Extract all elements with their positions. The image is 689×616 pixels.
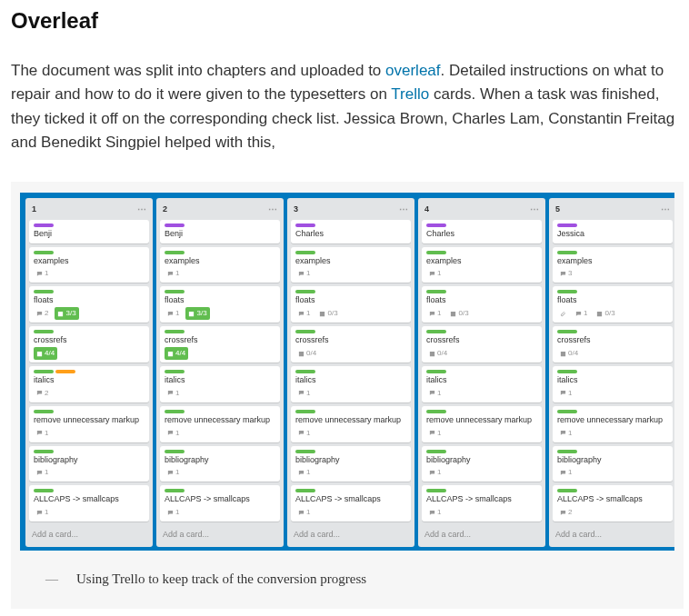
trello-card[interactable]: bibliography1 — [29, 446, 149, 482]
trello-card[interactable]: remove unnecessary markup1 — [553, 406, 673, 442]
trello-card[interactable]: remove unnecessary markup1 — [291, 406, 411, 442]
card-label — [426, 290, 446, 293]
add-card-button[interactable]: Add a card... — [422, 525, 542, 543]
list-menu-icon[interactable]: ⋯ — [399, 205, 408, 214]
list-menu-icon[interactable]: ⋯ — [530, 205, 539, 214]
comment-badge: 1 — [295, 387, 313, 400]
trello-card[interactable]: crossrefs4/4 — [29, 326, 149, 363]
trello-card[interactable]: remove unnecessary markup1 — [160, 406, 280, 442]
trello-card[interactable]: examples1 — [291, 247, 411, 283]
trello-card[interactable]: italics1 — [160, 366, 280, 402]
add-card-button[interactable]: Add a card... — [553, 525, 673, 543]
card-title: italics — [295, 375, 406, 385]
card-badges: 1 — [295, 387, 406, 400]
comment-badge: 1 — [426, 506, 444, 519]
comment-badge: 1 — [557, 427, 574, 440]
card-labels — [34, 290, 145, 293]
card-label — [295, 251, 315, 254]
card-title: italics — [165, 375, 275, 385]
trello-card[interactable]: Jessica — [553, 220, 673, 243]
card-label — [426, 370, 446, 373]
trello-card[interactable]: italics1 — [422, 366, 542, 402]
trello-card[interactable]: bibliography1 — [553, 446, 673, 482]
card-label — [295, 224, 315, 227]
list-title: 4 — [424, 204, 429, 216]
card-label — [295, 489, 315, 492]
link-overleaf[interactable]: overleaf — [385, 62, 440, 79]
trello-card[interactable]: bibliography1 — [160, 446, 280, 482]
card-label — [34, 251, 54, 254]
card-labels — [426, 450, 537, 453]
comment-badge: 1 — [557, 466, 574, 479]
add-card-button[interactable]: Add a card... — [160, 525, 280, 543]
trello-card[interactable]: italics1 — [553, 366, 673, 402]
trello-card[interactable]: floats23/3 — [29, 286, 149, 323]
trello-list[interactable]: 1⋯Benjiexamples1floats23/3crossrefs4/4it… — [25, 198, 153, 546]
trello-card[interactable]: bibliography1 — [291, 446, 411, 482]
list-header: 3⋯ — [291, 202, 411, 220]
trello-card[interactable]: crossrefs0/4 — [422, 326, 542, 363]
card-title: italics — [34, 375, 145, 385]
list-menu-icon[interactable]: ⋯ — [268, 205, 277, 214]
trello-card[interactable]: Charles — [291, 220, 411, 243]
card-label — [557, 450, 577, 453]
trello-card[interactable]: examples1 — [29, 247, 149, 283]
trello-card[interactable]: examples1 — [422, 247, 542, 283]
checklist-badge: 0/3 — [447, 307, 471, 320]
list-menu-icon[interactable]: ⋯ — [137, 205, 146, 214]
trello-card[interactable]: Benji — [160, 220, 280, 243]
add-card-button[interactable]: Add a card... — [29, 525, 149, 543]
trello-card[interactable]: floats10/3 — [553, 286, 673, 323]
add-card-button[interactable]: Add a card... — [291, 525, 411, 543]
trello-card[interactable]: examples3 — [553, 247, 673, 283]
card-label — [557, 224, 577, 227]
trello-card[interactable]: remove unnecessary markup1 — [29, 406, 149, 442]
trello-list[interactable]: 4⋯Charlesexamples1floats10/3crossrefs0/4… — [418, 198, 545, 546]
trello-card[interactable]: ALLCAPS -> smallcaps1 — [29, 485, 149, 522]
card-label — [557, 370, 577, 373]
card-title: remove unnecessary markup — [426, 415, 537, 425]
trello-card[interactable]: ALLCAPS -> smallcaps1 — [422, 485, 542, 522]
card-badges: 1 — [165, 267, 275, 280]
comment-badge: 1 — [426, 466, 444, 479]
card-label — [34, 330, 54, 333]
trello-card[interactable]: italics1 — [291, 366, 411, 402]
card-badges: 1 — [426, 427, 537, 440]
list-menu-icon[interactable]: ⋯ — [661, 205, 670, 214]
card-title: italics — [557, 375, 668, 385]
trello-card[interactable]: ALLCAPS -> smallcaps2 — [553, 485, 673, 522]
card-labels — [426, 410, 537, 413]
card-label — [34, 489, 54, 492]
trello-card[interactable]: crossrefs0/4 — [291, 326, 411, 363]
card-labels — [557, 330, 668, 333]
card-title: ALLCAPS -> smallcaps — [426, 494, 537, 504]
comment-badge: 3 — [557, 267, 574, 280]
comment-badge: 1 — [34, 427, 51, 440]
card-labels — [557, 290, 668, 293]
trello-card[interactable]: crossrefs0/4 — [553, 326, 673, 363]
comment-badge: 1 — [165, 267, 182, 280]
trello-card[interactable]: ALLCAPS -> smallcaps1 — [160, 485, 280, 522]
trello-card[interactable]: crossrefs4/4 — [160, 326, 280, 363]
trello-card[interactable]: floats10/3 — [291, 286, 411, 323]
trello-card[interactable]: remove unnecessary markup1 — [422, 406, 542, 442]
trello-list[interactable]: 3⋯Charlesexamples1floats10/3crossrefs0/4… — [287, 198, 414, 546]
card-title: floats — [165, 295, 275, 305]
trello-card[interactable]: floats10/3 — [422, 286, 542, 323]
card-title: ALLCAPS -> smallcaps — [295, 494, 406, 504]
card-title: floats — [426, 295, 537, 305]
trello-card[interactable]: Benji — [29, 220, 149, 243]
trello-card[interactable]: examples1 — [160, 247, 280, 283]
trello-card[interactable]: ALLCAPS -> smallcaps1 — [291, 485, 411, 522]
trello-list[interactable]: 5⋯Jessicaexamples3floats10/3crossrefs0/4… — [549, 198, 674, 546]
trello-card[interactable]: Charles — [422, 220, 542, 243]
link-trello[interactable]: Trello — [391, 85, 429, 103]
trello-card[interactable]: italics2 — [29, 366, 149, 402]
trello-card[interactable]: bibliography1 — [422, 446, 542, 482]
comment-badge: 2 — [557, 506, 574, 519]
card-labels — [295, 224, 406, 227]
card-labels — [426, 251, 537, 254]
card-title: examples — [557, 256, 668, 266]
trello-list[interactable]: 2⋯Benjiexamples1floats13/3crossrefs4/4it… — [156, 198, 284, 546]
trello-card[interactable]: floats13/3 — [160, 286, 280, 323]
